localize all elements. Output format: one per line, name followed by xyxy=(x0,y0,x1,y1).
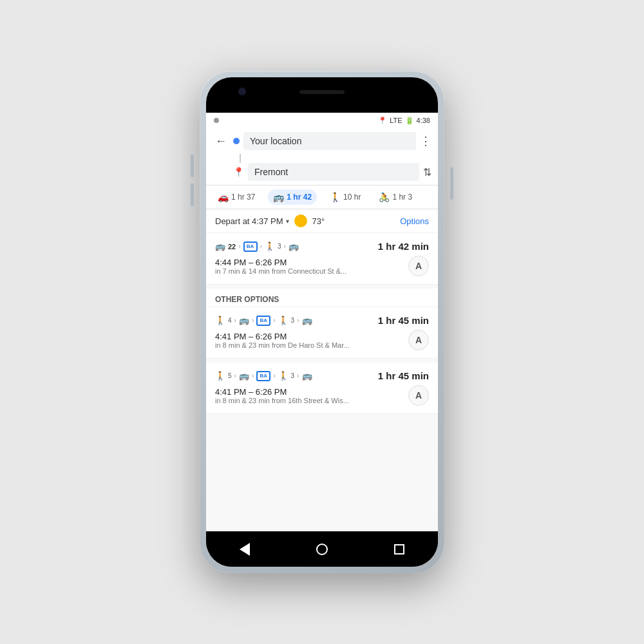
status-bar: 📍 LTE 🔋 4:38 xyxy=(206,113,438,128)
home-circle-icon xyxy=(316,544,328,555)
swap-directions-button[interactable]: ⇅ xyxy=(423,166,431,178)
destination-row: ← 📍 Fremont ⇅ xyxy=(213,163,431,181)
car-icon: 🚗 xyxy=(218,192,229,202)
walk-num-alt2: 5 xyxy=(228,372,232,379)
route-time-sub-alt2: in 8 min & 23 min from 16th Street & Wis… xyxy=(215,397,408,404)
transit-duration: 1 hr 42 xyxy=(287,193,312,202)
volume-down-button[interactable] xyxy=(191,184,194,206)
recents-square-icon xyxy=(394,544,404,554)
walk-icon: 🚶 xyxy=(265,242,275,251)
route-icons-alt1: 🚶 4 › 🚌 › BA › 🚶 3 › 🚌 xyxy=(215,316,378,326)
status-right: 📍 LTE 🔋 4:38 xyxy=(378,117,430,125)
route-time-sub: in 7 min & 14 min from Connecticut St &.… xyxy=(215,267,408,275)
location-icon: 📍 xyxy=(378,117,387,125)
arrow-icon-2: › xyxy=(260,243,262,250)
route-duration-alt2: 1 hr 45 min xyxy=(378,370,429,381)
route-time-main-alt1: 4:41 PM – 6:26 PM xyxy=(215,332,408,341)
routes-container: 🚌 22 › BA › 🚶 3 › 🚌 1 hr 42 min xyxy=(206,233,438,531)
options-button[interactable]: Options xyxy=(400,216,429,226)
time-display: 4:38 xyxy=(417,117,430,124)
depart-time-text[interactable]: Depart at 4:37 PM ▾ xyxy=(215,216,289,226)
depart-label: Depart at 4:37 PM xyxy=(215,216,283,226)
arrow-alt2-4: › xyxy=(297,372,299,379)
bus-icon-alt1-end: 🚌 xyxy=(302,316,312,325)
arrow-alt2-1: › xyxy=(234,372,236,379)
route-icons: 🚌 22 › BA › 🚶 3 › 🚌 xyxy=(215,242,378,252)
origin-input[interactable]: Your location xyxy=(243,132,416,150)
driving-duration: 1 hr 37 xyxy=(231,193,255,202)
route-bottom-alt1: 4:41 PM – 6:26 PM in 8 min & 23 min from… xyxy=(215,330,429,350)
tab-transit[interactable]: 🚌 1 hr 42 xyxy=(268,189,317,205)
bart-badge: BA xyxy=(243,242,258,252)
route-icons-alt2: 🚶 5 › 🚌 › BA › 🚶 3 › 🚌 xyxy=(215,371,378,381)
origin-row: ← Your location ⋮ xyxy=(213,132,431,150)
bus-icon-2: 🚌 xyxy=(289,242,299,251)
route-top-row-alt1: 🚶 4 › 🚌 › BA › 🚶 3 › 🚌 1 hr 45 xyxy=(215,315,429,326)
battery-icon: 🔋 xyxy=(405,117,414,125)
header: ← Your location ⋮ ← 📍 Fremont ⇅ xyxy=(206,128,438,185)
other-options-label: OTHER OPTIONS xyxy=(206,289,438,307)
route-time-sub-alt1: in 8 min & 23 min from De Haro St & Mar.… xyxy=(215,341,408,349)
depart-row: Depart at 4:37 PM ▾ 73° Options xyxy=(206,209,438,233)
arrow-alt1-1: › xyxy=(234,317,236,324)
route-time-main: 4:44 PM – 6:26 PM xyxy=(215,258,408,267)
phone-inner: 📍 LTE 🔋 4:38 ← Your location ⋮ xyxy=(206,77,438,567)
route-duration: 1 hr 42 min xyxy=(378,241,429,252)
origin-dot-icon xyxy=(233,138,240,144)
transport-tabs: 🚗 1 hr 37 🚌 1 hr 42 🚶 10 hr 🚴 1 hr 3 xyxy=(206,185,438,209)
weather-sun-icon xyxy=(294,214,307,227)
walk-icon-alt2: 🚶 xyxy=(215,371,225,381)
bus-tab-icon: 🚌 xyxy=(273,192,284,202)
walk-icon-alt2-2: 🚶 xyxy=(278,371,289,381)
back-nav-button[interactable] xyxy=(237,542,252,557)
lte-label: LTE xyxy=(390,117,402,124)
bart-badge-alt1: BA xyxy=(256,316,270,326)
bus-number: 22 xyxy=(228,243,236,251)
more-options-button[interactable]: ⋮ xyxy=(420,134,431,148)
arrow-alt1-3: › xyxy=(273,317,275,324)
arrow-alt2-2: › xyxy=(252,372,254,379)
tab-walking[interactable]: 🚶 10 hr xyxy=(325,189,366,205)
back-button[interactable]: ← xyxy=(213,133,229,149)
route-times: 4:44 PM – 6:26 PM in 7 min & 14 min from… xyxy=(215,258,408,275)
walking-duration: 10 hr xyxy=(343,193,361,202)
bus-icon-alt2: 🚌 xyxy=(239,371,249,381)
signal-icon xyxy=(214,118,219,123)
bike-tab-icon: 🚴 xyxy=(379,192,390,202)
walk-num-alt1: 4 xyxy=(228,317,232,324)
power-button[interactable] xyxy=(450,167,453,200)
cycling-duration: 1 hr 3 xyxy=(392,193,412,202)
bus-icon-alt2-end: 🚌 xyxy=(302,371,312,381)
depart-dropdown-icon: ▾ xyxy=(286,218,289,225)
route-card-alt-2[interactable]: 🚶 5 › 🚌 › BA › 🚶 3 › 🚌 1 hr 45 xyxy=(206,363,438,414)
back-triangle-icon xyxy=(240,543,250,556)
arrow-alt1-4: › xyxy=(297,317,299,324)
tab-cycling[interactable]: 🚴 1 hr 3 xyxy=(374,189,417,205)
route-card-alt-1[interactable]: 🚶 4 › 🚌 › BA › 🚶 3 › 🚌 1 hr 45 xyxy=(206,307,438,359)
walk-num-alt2-2: 3 xyxy=(291,372,295,379)
bus-icon: 🚌 xyxy=(215,242,225,251)
bus-icon-alt1: 🚌 xyxy=(239,316,249,325)
volume-up-button[interactable] xyxy=(191,155,194,177)
route-time-main-alt2: 4:41 PM – 6:26 PM xyxy=(215,387,408,397)
route-avatar-button-alt2[interactable]: A xyxy=(408,385,429,406)
tab-driving[interactable]: 🚗 1 hr 37 xyxy=(213,189,260,205)
route-card-primary[interactable]: 🚌 22 › BA › 🚶 3 › 🚌 1 hr 42 min xyxy=(206,233,438,285)
arrow-alt2-3: › xyxy=(273,372,275,379)
arrow-icon-3: › xyxy=(284,243,286,250)
route-top-row: 🚌 22 › BA › 🚶 3 › 🚌 1 hr 42 min xyxy=(215,241,429,252)
route-duration-alt1: 1 hr 45 min xyxy=(378,315,429,326)
destination-input[interactable]: Fremont xyxy=(248,163,419,181)
camera-icon xyxy=(238,88,246,95)
home-nav-button[interactable] xyxy=(314,542,330,557)
route-top-row-alt2: 🚶 5 › 🚌 › BA › 🚶 3 › 🚌 1 hr 45 xyxy=(215,370,429,381)
walk-num: 3 xyxy=(278,243,281,250)
walk-icon-alt1-2: 🚶 xyxy=(278,316,289,325)
route-times-alt2: 4:41 PM – 6:26 PM in 8 min & 23 min from… xyxy=(215,387,408,404)
phone-frame: 📍 LTE 🔋 4:38 ← Your location ⋮ xyxy=(200,71,444,573)
temperature-label: 73° xyxy=(312,216,325,226)
route-avatar-button-alt1[interactable]: A xyxy=(408,330,429,350)
speaker-icon xyxy=(299,90,345,94)
recents-nav-button[interactable] xyxy=(392,542,407,557)
route-avatar-button[interactable]: A xyxy=(408,256,429,276)
